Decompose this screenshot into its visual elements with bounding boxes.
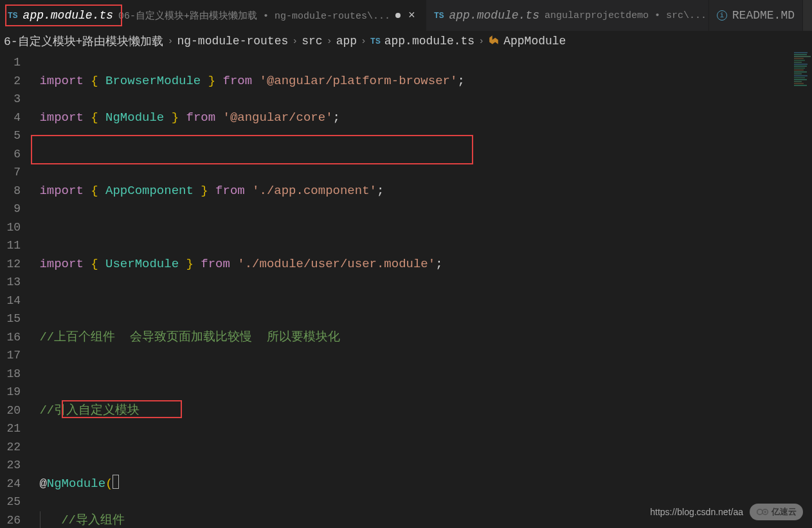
svg-point-0 [757,509,762,515]
chevron-right-icon: › [292,36,298,47]
tab-readme[interactable]: i README.MD [709,0,803,31]
code-line: import { NgModule } from '@angular/core'… [32,109,812,127]
chevron-right-icon: › [167,36,173,47]
watermark-logo: 亿速云 [750,504,803,520]
code-line: //引入自定义模块 [32,401,812,420]
tab-filename: README.MD [732,9,795,22]
ts-icon: TS [370,37,381,46]
minimap[interactable] [793,51,812,135]
code-line [32,292,812,310]
code-editor[interactable]: 12345 678910 1112131415 1617181920 21222… [0,51,812,527]
breadcrumb-part[interactable]: 6-自定义模块+路由模块懒加载 [4,33,163,49]
line-numbers: 12345 678910 1112131415 1617181920 21222… [0,51,32,527]
dirty-indicator-icon [395,13,401,18]
chevron-right-icon: › [361,36,366,47]
breadcrumb-part[interactable]: ng-module-routes [177,35,288,48]
code-line: //上百个组件 会导致页面加载比较慢 所以要模块化 [32,328,812,347]
breadcrumb-file[interactable]: app.module.ts [384,35,474,48]
chevron-right-icon: › [478,36,484,47]
tab-app-module-other[interactable]: TS app.module.ts angularprojectdemo • sr… [426,0,709,31]
code-line: import { UserModule } from './module/use… [32,255,812,274]
breadcrumb-symbol[interactable]: AppModule [503,35,566,48]
code-line: import { BrowserModule } from '@angular/… [32,72,812,91]
editor-tabs: TS app.module.ts 06-自定义模块+路由模块懒加载 • ng-m… [0,0,812,31]
close-icon[interactable]: × [406,9,418,22]
tab-overflow [803,0,812,31]
code-line: @NgModule( [32,475,812,493]
chevron-right-icon: › [327,36,332,47]
ts-icon: TS [8,11,18,21]
code-content[interactable]: import { BrowserModule } from '@angular/… [32,51,812,527]
tab-path: 06-自定义模块+路由模块懒加载 • ng-module-routes\... [118,10,390,22]
module-symbol-icon [488,34,500,49]
code-line [32,145,812,164]
breadcrumb-part[interactable]: app [336,35,357,48]
svg-point-2 [764,511,766,513]
code-line [32,218,812,237]
code-line: import { AppComponent } from './app.comp… [32,182,812,200]
ts-icon: TS [434,11,444,21]
code-line [32,365,812,383]
info-icon: i [717,10,727,21]
watermark-url: https://blog.csdn.net/aa [650,507,743,517]
breadcrumb: 6-自定义模块+路由模块懒加载 › ng-module-routes › src… [0,31,812,51]
tab-filename: app.module.ts [449,9,539,22]
code-line [32,438,812,457]
cursor [113,475,119,489]
watermark: https://blog.csdn.net/aa 亿速云 [650,504,803,520]
tab-filename: app.module.ts [23,9,113,22]
tab-path: angularprojectdemo • src\... [545,10,707,21]
tab-app-module-active[interactable]: TS app.module.ts 06-自定义模块+路由模块懒加载 • ng-m… [0,0,426,31]
breadcrumb-part[interactable]: src [302,35,322,48]
